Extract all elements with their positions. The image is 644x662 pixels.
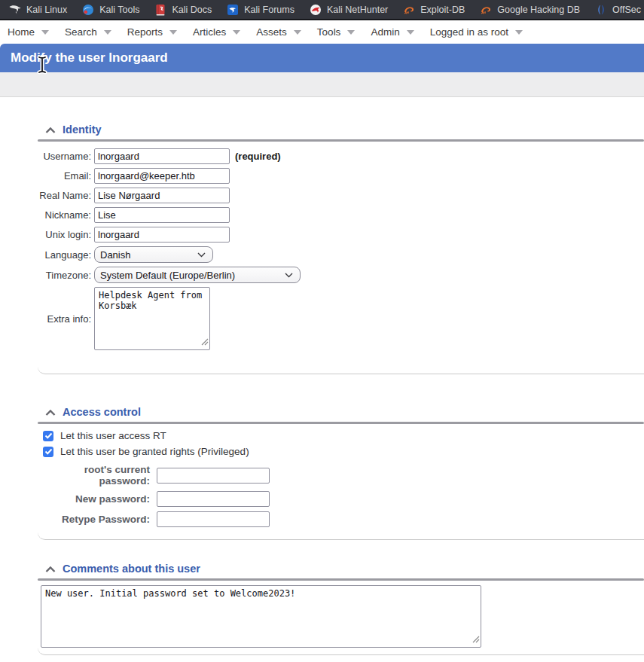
access-checkboxes: Let this user access RT Let this user be… [38, 430, 644, 457]
retype-password-input[interactable] [157, 511, 270, 527]
nav-label: Admin [371, 26, 399, 38]
nav-label: Articles [193, 26, 226, 38]
timezone-select[interactable]: System Default (Europe/Berlin) [94, 267, 301, 283]
identity-form: Username: (required) Email: Real Name: N… [38, 148, 644, 350]
chevron-down-icon [294, 30, 301, 35]
bookmark-kali-docs[interactable]: Kali Docs [147, 0, 219, 19]
nav-label: Reports [127, 26, 163, 38]
nav-item-logged-in-as-root[interactable]: Logged in as root [430, 26, 523, 38]
bookmarks-bar: Kali Linux Kali Tools Kali Docs Kali For… [0, 0, 644, 19]
bookmark-label: Kali Docs [172, 5, 212, 15]
kali-dragon-icon [9, 4, 21, 16]
chevron-down-icon [104, 30, 111, 35]
username-label: Username: [38, 151, 94, 162]
chevron-down-icon [407, 30, 414, 35]
chevron-up-icon [45, 123, 56, 136]
unix-login-input[interactable] [94, 227, 230, 243]
bookmark-kali-nethunter[interactable]: Kali NetHunter [302, 0, 395, 19]
nav-label: Search [65, 26, 97, 38]
extra-info-textarea[interactable]: Helpdesk Agent from Korsbæk [94, 287, 210, 350]
section-title: Identity [63, 124, 102, 136]
bookmark-label: OffSec [612, 5, 641, 15]
access-control-section-toggle[interactable]: Access control [38, 405, 644, 419]
nav-label: Assets [256, 26, 287, 38]
chevron-down-icon [515, 30, 523, 35]
privileged-checkbox-label: Let this user be granted rights (Privile… [60, 446, 249, 457]
comments-textarea[interactable]: New user. Initial password set to Welcom… [41, 585, 481, 648]
comments-section-toggle[interactable]: Comments about this user [38, 562, 644, 575]
root-current-password-label: root's current password: [38, 464, 157, 487]
retype-password-label: Retype Password: [38, 514, 157, 525]
page-title-bar: Modify the user lnorgaard [0, 44, 644, 72]
email-input[interactable] [94, 168, 230, 184]
bookmark-exploit-db[interactable]: Exploit-DB [395, 0, 472, 19]
bookmark-label: Kali Tools [99, 5, 139, 15]
nav-label: Logged in as root [430, 26, 508, 38]
chevron-up-icon [45, 562, 56, 575]
bookmark-offsec[interactable]: OffSec [588, 0, 644, 19]
identity-section-toggle[interactable]: Identity [38, 123, 644, 136]
bookmark-kali-linux[interactable]: Kali Linux [2, 0, 75, 19]
page-menu-bar [0, 72, 644, 97]
section-divider [38, 139, 644, 142]
bookmark-label: Kali NetHunter [327, 5, 388, 15]
unix-login-label: Unix login: [38, 229, 94, 240]
chevron-down-icon [169, 30, 177, 35]
privileged-checkbox[interactable] [43, 447, 53, 457]
exploit-db-icon [403, 4, 415, 16]
comments-section: Comments about this user New user. Initi… [38, 562, 644, 655]
chevron-up-icon [45, 405, 56, 419]
bookmark-label: Kali Forums [244, 5, 295, 15]
resize-handle-icon[interactable] [472, 633, 480, 646]
chevron-down-icon [347, 30, 355, 35]
root-current-password-input[interactable] [157, 468, 270, 484]
access-rt-checkbox-label: Let this user access RT [60, 430, 166, 441]
section-divider [38, 578, 644, 581]
section-title: Comments about this user [63, 563, 200, 575]
language-label: Language: [38, 249, 94, 261]
bookmark-label: Google Hacking DB [497, 5, 580, 15]
kali-docs-icon [154, 4, 166, 16]
bookmark-google-hacking-db[interactable]: Google Hacking DB [472, 0, 588, 19]
chevron-down-icon [41, 30, 49, 35]
nav-label: Home [8, 26, 35, 38]
identity-section: Identity Username: (required) Email: Rea… [38, 123, 644, 374]
kali-forums-icon [227, 4, 239, 16]
section-divider [38, 422, 644, 424]
email-label: Email: [38, 170, 94, 182]
nav-item-home[interactable]: Home [8, 26, 49, 38]
main-content: Identity Username: (required) Email: Rea… [0, 97, 644, 655]
bookmark-kali-forums[interactable]: Kali Forums [219, 0, 302, 19]
nav-item-admin[interactable]: Admin [371, 26, 414, 38]
language-selected-value: Danish [100, 249, 130, 261]
timezone-label: Timezone: [38, 270, 94, 281]
google-hacking-db-icon [480, 4, 492, 16]
real-name-label: Real Name: [38, 190, 94, 201]
extra-info-label: Extra info: [38, 313, 94, 325]
nav-item-search[interactable]: Search [65, 26, 111, 38]
language-select[interactable]: Danish [94, 246, 213, 263]
password-form: root's current password: New password: R… [38, 464, 644, 527]
new-password-input[interactable] [157, 491, 270, 507]
username-input[interactable] [94, 148, 230, 164]
resize-handle-icon[interactable] [201, 335, 209, 349]
new-password-label: New password: [38, 493, 157, 505]
bookmark-kali-tools[interactable]: Kali Tools [75, 0, 147, 19]
nickname-input[interactable] [94, 207, 230, 223]
chevron-down-icon [233, 30, 240, 35]
main-nav: Home Search Reports Articles Assets Tool… [0, 20, 644, 44]
timezone-selected-value: System Default (Europe/Berlin) [100, 270, 235, 281]
nav-item-assets[interactable]: Assets [256, 26, 301, 38]
bookmark-label: Exploit-DB [420, 5, 465, 15]
nav-item-reports[interactable]: Reports [127, 26, 177, 38]
chevron-down-icon [285, 273, 293, 278]
kali-tools-icon [82, 4, 94, 16]
real-name-input[interactable] [94, 188, 230, 203]
access-rt-checkbox[interactable] [43, 431, 53, 441]
required-note: (required) [235, 151, 281, 162]
offsec-icon [595, 4, 607, 16]
nav-label: Tools [317, 26, 341, 38]
nav-item-articles[interactable]: Articles [193, 26, 240, 38]
nickname-label: Nickname: [38, 209, 94, 221]
nav-item-tools[interactable]: Tools [317, 26, 356, 38]
